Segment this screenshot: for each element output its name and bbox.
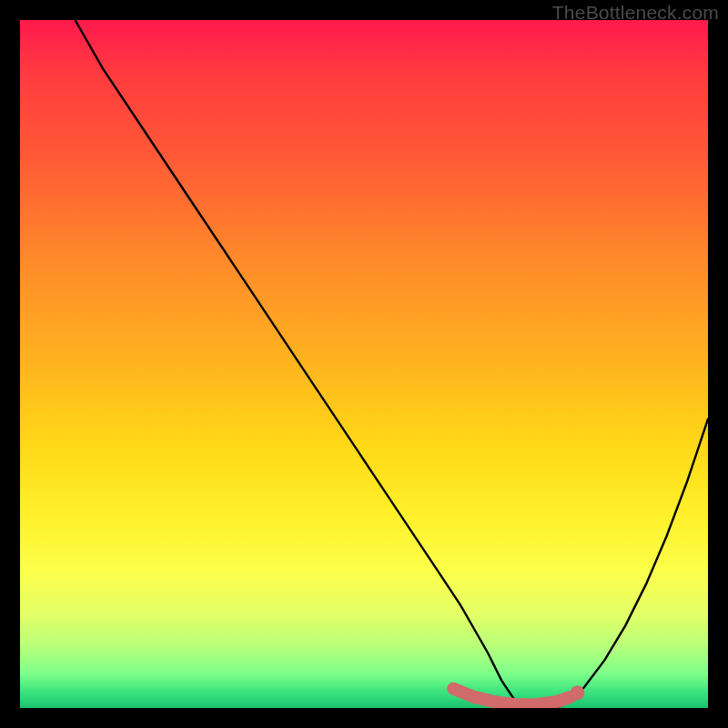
- optimal-range-end-dot: [570, 685, 584, 700]
- watermark-label: TheBottleneck.com: [552, 2, 719, 24]
- chart-frame: TheBottleneck.com: [0, 0, 728, 728]
- plot-area: [20, 20, 708, 708]
- bottleneck-curve-line: [76, 20, 709, 708]
- chart-svg: [20, 20, 708, 708]
